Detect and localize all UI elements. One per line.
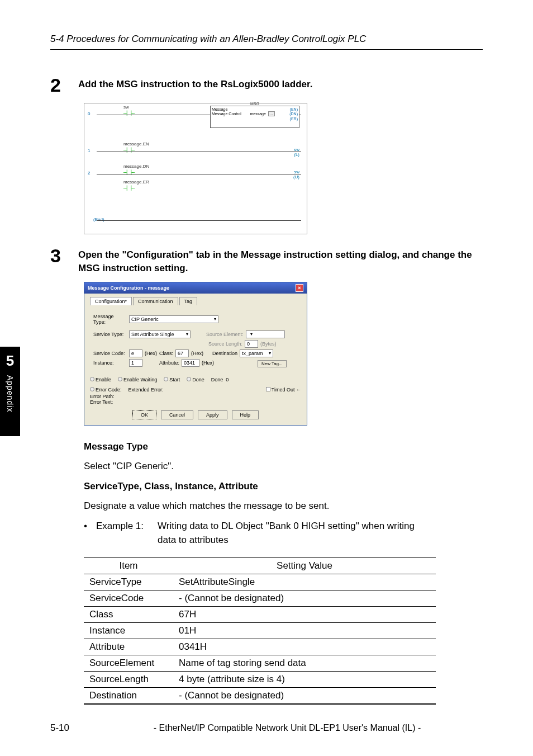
service-type-label: Service Type: bbox=[93, 332, 127, 337]
tab-communication[interactable]: Communication bbox=[133, 297, 178, 305]
msg-box-line2: Message Control bbox=[212, 112, 241, 116]
rung-0-tag: sw bbox=[123, 105, 129, 110]
extended-error-label: Extended Error: bbox=[129, 387, 164, 393]
msg-dn: (DN) bbox=[289, 112, 298, 116]
step-3: 3 Open the "Configuration" tab in the Me… bbox=[50, 248, 483, 275]
help-button[interactable]: Help bbox=[232, 410, 259, 419]
rung-2-tag: message.DN bbox=[123, 164, 149, 169]
attribute-label: Attribute: bbox=[159, 360, 179, 366]
start-label: Start bbox=[169, 377, 180, 382]
error-code-radio bbox=[90, 387, 94, 391]
apply-button[interactable]: Apply bbox=[198, 410, 227, 419]
instance-label: Instance: bbox=[93, 360, 127, 366]
service-code-label: Service Code: bbox=[93, 351, 127, 356]
msg-en: (EN) bbox=[289, 107, 298, 112]
close-icon[interactable]: × bbox=[296, 284, 303, 292]
service-type-text: Designate a value which matches the mess… bbox=[84, 499, 483, 513]
done-text: Done bbox=[211, 377, 223, 382]
new-tag-button[interactable]: New Tag... bbox=[258, 360, 287, 367]
dialog-figure: Message Configuration - message × Config… bbox=[84, 282, 483, 426]
enable-radio bbox=[90, 377, 94, 381]
enable-waiting-radio bbox=[118, 377, 122, 381]
destination-label: Destination bbox=[212, 351, 237, 356]
table-cell-value: 67H bbox=[173, 606, 436, 622]
rung-1-num: 1 bbox=[88, 148, 90, 153]
table-cell-value: - (Cannot be designated) bbox=[173, 687, 436, 704]
message-type-select[interactable]: CIP Generic bbox=[129, 315, 218, 323]
rung-1-coil-tag: sw bbox=[294, 147, 299, 152]
tab-tag[interactable]: Tag bbox=[179, 297, 198, 305]
error-code-label: Error Code: bbox=[96, 387, 122, 393]
attribute-input[interactable]: 0341 bbox=[182, 359, 199, 367]
step-3-text: Open the "Configuration" tab in the Mess… bbox=[78, 248, 483, 275]
dialog-title: Message Configuration - message bbox=[88, 285, 169, 291]
tab-configuration[interactable]: Configuration* bbox=[90, 297, 132, 305]
table-row: ServiceCode- (Cannot be designated) bbox=[84, 590, 436, 606]
done-radio bbox=[187, 377, 191, 381]
table-row: Class67H bbox=[84, 606, 436, 622]
step-2-text: Add the MSG instruction to the RsLogix50… bbox=[78, 78, 483, 91]
cancel-button[interactable]: Cancel bbox=[161, 410, 193, 419]
example-1-text: Writing data to DL Object "Bank 0 HIGH s… bbox=[158, 519, 415, 533]
table-cell-value: Name of tag storing send data bbox=[173, 655, 436, 671]
done-label: Done bbox=[192, 377, 204, 382]
table-row: Destination- (Cannot be designated) bbox=[84, 687, 436, 704]
class-input[interactable]: 67 bbox=[175, 349, 189, 357]
rung-2-tag2: message.ER bbox=[123, 179, 149, 185]
error-text-label: Error Text: bbox=[90, 399, 301, 405]
table-cell-value: - (Cannot be designated) bbox=[173, 590, 436, 606]
msg-box-title: MSG bbox=[211, 102, 299, 106]
error-path-label: Error Path: bbox=[90, 394, 301, 399]
destination-select[interactable]: tx_param bbox=[240, 349, 273, 357]
step-2-number: 2 bbox=[50, 74, 78, 96]
msg-box-tag: message bbox=[250, 112, 265, 116]
msg-instruction-box: MSG Message Message Control message ... … bbox=[210, 106, 299, 128]
step-2: 2 Add the MSG instruction to the RsLogix… bbox=[50, 78, 483, 96]
rung-2-coil: (U) bbox=[293, 174, 299, 179]
table-cell-value: SetAttributeSingle bbox=[173, 574, 436, 590]
rung-end: (End) bbox=[93, 217, 104, 222]
table-cell-item: SourceLength bbox=[84, 671, 173, 687]
enable-label: Enable bbox=[96, 377, 111, 382]
service-code-input[interactable]: e bbox=[129, 349, 142, 357]
rung-2-contact2: ─┤ ├─ bbox=[123, 186, 134, 191]
msg-config-button[interactable]: ... bbox=[268, 111, 275, 116]
example-1-bullet: • Example 1: Writing data to DL Object "… bbox=[84, 519, 483, 533]
message-type-heading: Message Type bbox=[84, 440, 483, 454]
ok-button[interactable]: OK bbox=[132, 410, 156, 419]
table-row: Instance01H bbox=[84, 622, 436, 639]
table-cell-item: Instance bbox=[84, 622, 173, 639]
rung-0-num: 0 bbox=[88, 111, 90, 116]
source-length-label: Source Length: bbox=[208, 341, 242, 347]
table-row: Attribute0341H bbox=[84, 639, 436, 655]
table-cell-item: SourceElement bbox=[84, 655, 173, 671]
source-length-input[interactable]: 0 bbox=[245, 340, 258, 348]
table-cell-item: Class bbox=[84, 606, 173, 622]
timed-out-checkbox[interactable] bbox=[266, 387, 270, 391]
rung-2-coil-tag: sw bbox=[293, 169, 299, 174]
rung-1-coil: (L) bbox=[294, 152, 299, 157]
start-radio bbox=[164, 377, 168, 381]
table-row: ServiceTypeSetAttributeSingle bbox=[84, 574, 436, 590]
instance-input[interactable]: 1 bbox=[129, 359, 142, 367]
message-type-text: Select "CIP Generic". bbox=[84, 459, 483, 474]
page-footer: 5-10 - EtherNet/IP Compatible Network Un… bbox=[50, 722, 483, 734]
bytes-label: (Bytes) bbox=[260, 341, 277, 347]
timed-out-label: Timed Out bbox=[272, 387, 295, 393]
table-cell-value: 01H bbox=[173, 622, 436, 639]
example-1-label: Example 1: bbox=[96, 519, 158, 533]
enable-waiting-label: Enable Waiting bbox=[123, 377, 157, 382]
source-element-label: Source Element: bbox=[206, 332, 244, 337]
table-cell-value: 0341H bbox=[173, 639, 436, 655]
service-type-heading: ServiceType, Class, Instance, Attribute bbox=[84, 479, 483, 494]
service-type-select[interactable]: Set Attribute Single bbox=[129, 330, 191, 338]
msg-er: (ER) bbox=[289, 117, 298, 121]
message-config-dialog: Message Configuration - message × Config… bbox=[84, 282, 307, 426]
table-row: SourceLength4 byte (attribute size is 4) bbox=[84, 671, 436, 687]
table-row: SourceElementName of tag storing send da… bbox=[84, 655, 436, 671]
step-3-number: 3 bbox=[50, 245, 78, 267]
class-label: Class: bbox=[159, 351, 173, 356]
settings-table: Item Setting Value ServiceTypeSetAttribu… bbox=[84, 557, 436, 705]
table-cell-value: 4 byte (attribute size is 4) bbox=[173, 671, 436, 687]
source-element-select[interactable] bbox=[246, 330, 285, 338]
